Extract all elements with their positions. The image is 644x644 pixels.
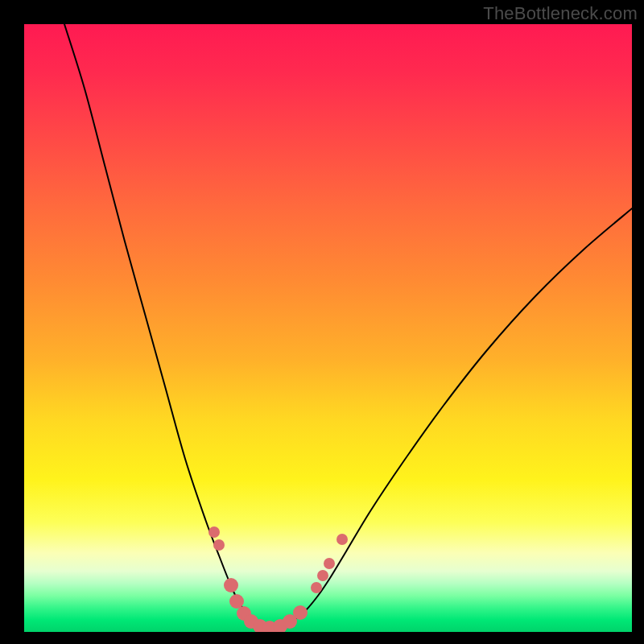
plot-svg — [24, 24, 632, 632]
marker-dot — [224, 578, 238, 592]
marker-dot — [229, 594, 244, 609]
marker-dot — [293, 605, 308, 620]
curve-markers — [208, 526, 348, 632]
watermark-text: TheBottleneck.com — [483, 3, 638, 24]
marker-dot — [324, 558, 335, 569]
marker-dot — [208, 526, 220, 538]
marker-dot — [336, 534, 348, 545]
curve-left-arm — [64, 24, 270, 627]
marker-dot — [311, 582, 322, 593]
plot-frame — [24, 24, 632, 632]
marker-dot — [213, 539, 225, 551]
marker-dot — [317, 570, 328, 581]
bottleneck-curve — [64, 24, 632, 627]
